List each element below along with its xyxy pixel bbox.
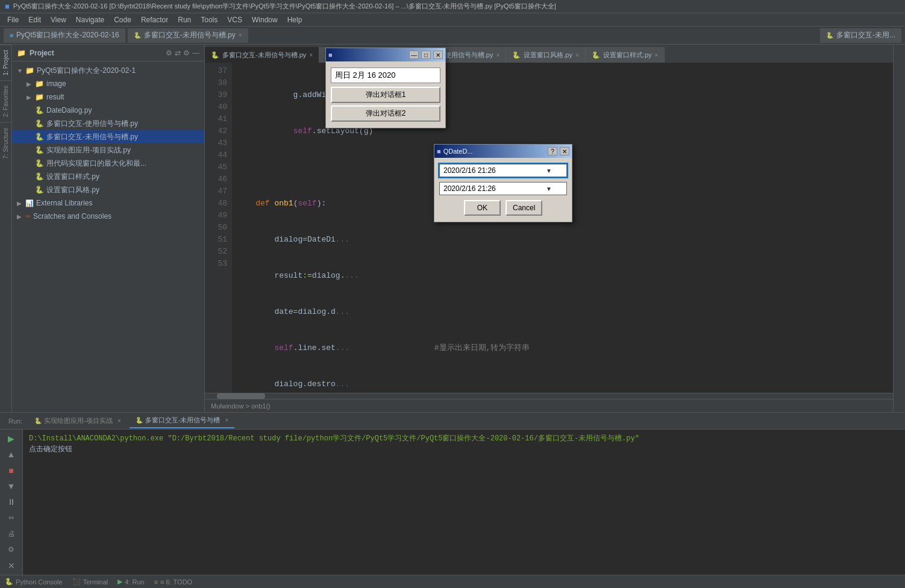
menu-refactor[interactable]: Refactor xyxy=(136,14,173,25)
editor-tab-3[interactable]: 🐍 设置窗口风格.py × xyxy=(506,47,586,63)
far-left-tab-favorites[interactable]: 2: Favorites xyxy=(0,80,11,122)
scroll-down-button[interactable]: ▼ xyxy=(4,480,19,493)
stop-button[interactable]: ■ xyxy=(4,464,19,477)
tree-root[interactable]: ▼ 📁 PyQt5窗口操作大全-2020-02-1 xyxy=(12,64,204,77)
panel-icon-gear2[interactable]: ⚙ xyxy=(183,49,190,57)
bottom-content: ▶ ▲ ■ ▼ ⏸ ⇔ 🖨 ⚙ ✕ D:\Install\ANACONDA2\p… xyxy=(0,430,905,575)
tree-item-scratches[interactable]: ▶ ✏ Scratches and Consoles xyxy=(12,210,204,223)
menu-vcs[interactable]: VCS xyxy=(222,14,247,25)
far-left-panel: 1: Project 2: Favorites 7: Structure xyxy=(0,45,12,412)
maximize-icon: 🐍 xyxy=(35,159,44,167)
right-project-tab[interactable]: 🐍 多窗口交互-未用... xyxy=(820,28,901,43)
tree-item-no-signal[interactable]: 🐍 多窗口交互-未用信号与槽.py xyxy=(12,130,204,143)
bottom-tab0-close[interactable]: × xyxy=(117,418,121,424)
project-tab-close[interactable]: × xyxy=(239,32,242,39)
far-left-tab-structure[interactable]: 7: Structure xyxy=(0,122,11,164)
panel-icon-sync[interactable]: ⇄ xyxy=(175,49,181,57)
tree-item-use-signal[interactable]: 🐍 多窗口交互-使用信号与槽.py xyxy=(12,117,204,130)
dialog-qdate-close[interactable]: ✕ xyxy=(560,147,569,155)
project-tab-main[interactable]: ■ PyQt5窗口操作大全-2020-02-16 xyxy=(4,28,125,43)
py-icon: 🐍 xyxy=(134,32,141,39)
project-tab-icon: ■ xyxy=(10,32,13,39)
style-icon: 🐍 xyxy=(35,172,44,181)
dialog-qdate-dropdown1[interactable]: 2020/2/16 21:26 ▼ xyxy=(439,164,567,177)
dialog-btn1[interactable]: 弹出对话框1 xyxy=(331,87,440,103)
ext-libs-arrow: ▶ xyxy=(17,200,23,207)
menu-navigate[interactable]: Navigate xyxy=(71,14,109,25)
bottom-tab1-close[interactable]: × xyxy=(225,417,228,424)
project-tab-file[interactable]: 🐍 多窗口交互-未用信号与槽.py × xyxy=(128,28,248,43)
panel-icon-settings[interactable]: ⚙ xyxy=(166,49,172,57)
status-todo[interactable]: ≡ ≡ 6: TODO xyxy=(154,578,193,586)
dialog-date-display: 周日 2月 16 2020 xyxy=(331,67,440,83)
status-terminal[interactable]: ⬛ Terminal xyxy=(72,578,108,586)
tree-item-draw[interactable]: 🐍 实现绘图应用-项目实战.py xyxy=(12,143,204,157)
code-line-41: dialog=DateDi... xyxy=(237,234,888,246)
dialog-qdate-help[interactable]: ? xyxy=(548,147,557,155)
settings-run-button[interactable]: ⚙ xyxy=(4,543,19,556)
scratches-arrow: ▶ xyxy=(17,213,23,220)
bottom-tab-draw[interactable]: 🐍 实现绘图应用-项目实战 × xyxy=(28,414,127,428)
tree-item-style[interactable]: 🐍 设置窗口样式.py xyxy=(12,170,204,183)
menu-file[interactable]: File xyxy=(2,14,23,25)
no-signal-icon: 🐍 xyxy=(35,133,44,141)
tree-item-image[interactable]: ▶ 📁 image xyxy=(12,77,204,90)
horizontal-scrollbar[interactable] xyxy=(205,393,893,399)
status-python-console[interactable]: 🐍 Python Console xyxy=(5,578,63,586)
dialog-small-restore[interactable]: □ xyxy=(421,51,431,59)
print-button[interactable]: 🖨 xyxy=(4,527,19,540)
dialog-qdate-ok[interactable]: OK xyxy=(464,200,501,216)
dialog-small-icon: ■ xyxy=(328,51,333,58)
tree-item-maximize[interactable]: 🐍 用代码实现窗口的最大化和最... xyxy=(12,157,204,170)
code-editor[interactable]: 37 38 39 40 41 42 43 44 45 46 47 48 49 5… xyxy=(205,63,893,393)
dialog-small-minimize[interactable]: — xyxy=(409,51,419,59)
editor-tab-4[interactable]: 🐍 设置窗口样式.py × xyxy=(586,47,665,63)
tab4-py-icon: 🐍 xyxy=(592,51,600,59)
dialog-qdate-titlebar: ■ QDateD... ? ✕ xyxy=(434,145,572,158)
menu-code[interactable]: Code xyxy=(109,14,136,25)
tab0-py-icon: 🐍 xyxy=(211,51,219,59)
bottom-tab-signal[interactable]: 🐍 多窗口交互-未用信号与槽 × xyxy=(130,414,235,428)
rerun-button[interactable]: ▶ xyxy=(4,432,19,445)
dialog-btn2[interactable]: 弹出对话框2 xyxy=(331,105,440,122)
wrap-button[interactable]: ⇔ xyxy=(4,511,19,525)
tab2-close[interactable]: × xyxy=(496,52,499,58)
output-line-1: D:\Install\ANACONDA2\python.exe "D:/Byrb… xyxy=(29,433,899,444)
editor-area: 🐍 多窗口交互-未用信号与槽.py × 🐍 DateDailog.py × 🐍 … xyxy=(205,45,893,412)
close-run-button[interactable]: ✕ xyxy=(4,559,19,572)
tree-item-ext-libs[interactable]: ▶ 📊 External Libraries xyxy=(12,196,204,210)
tab4-close[interactable]: × xyxy=(655,52,659,58)
title-text: PyQt5窗口操作大全-2020-02-16 [D:\Byrbt2018\Rec… xyxy=(13,2,556,11)
menu-edit[interactable]: Edit xyxy=(23,14,46,25)
tree-item-datedailog[interactable]: 🐍 DateDailog.py xyxy=(12,104,204,117)
menu-window[interactable]: Window xyxy=(247,14,283,25)
project-tab-label: PyQt5窗口操作大全-2020-02-16 xyxy=(16,30,119,40)
menu-help[interactable]: Help xyxy=(283,14,307,25)
tab3-close[interactable]: × xyxy=(575,52,579,58)
panel-icon-minimize[interactable]: — xyxy=(192,49,199,57)
scroll-up-button[interactable]: ▲ xyxy=(4,448,19,461)
dialog-button-row: 弹出对话框1 弹出对话框2 xyxy=(331,87,440,122)
bottom-panel: Run: 🐍 实现绘图应用-项目实战 × 🐍 多窗口交互-未用信号与槽 × ▶ … xyxy=(0,412,905,575)
menu-run[interactable]: Run xyxy=(173,14,196,25)
project-panel: 📁 Project ⚙ ⇄ ⚙ — ▼ 📁 PyQt5窗口操作大全-2020-0… xyxy=(12,45,205,412)
far-left-tab-project[interactable]: 1: Project xyxy=(0,45,11,80)
menu-tools[interactable]: Tools xyxy=(196,14,222,25)
code-line-42: result:=dialog.... xyxy=(237,270,888,282)
draw-label: 实现绘图应用-项目实战.py xyxy=(46,145,131,155)
tree-root-arrow: ▼ xyxy=(17,67,23,74)
tab0-close[interactable]: × xyxy=(309,52,313,58)
bottom-tab0-label: 实现绘图应用-项目实战 xyxy=(44,416,113,425)
dialog-qdate-dropdown2[interactable]: 2020/2/16 21:26 ▼ xyxy=(439,182,567,195)
dialog-small-close[interactable]: ✕ xyxy=(433,51,443,59)
project-tab-file-label: 多窗口交互-未用信号与槽.py xyxy=(144,30,236,40)
python-console-icon: 🐍 xyxy=(5,578,13,586)
image-folder-icon: 📁 xyxy=(35,80,44,88)
dialog-qdate-cancel[interactable]: Cancel xyxy=(506,200,542,216)
status-run[interactable]: ▶ 4: Run xyxy=(117,578,144,586)
tree-item-result[interactable]: ▶ 📁 result xyxy=(12,90,204,104)
menu-view[interactable]: View xyxy=(46,14,71,25)
editor-tab-0[interactable]: 🐍 多窗口交互-未用信号与槽.py × xyxy=(205,47,319,63)
tree-item-theme[interactable]: 🐍 设置窗口风格.py xyxy=(12,183,204,196)
pause-button[interactable]: ⏸ xyxy=(4,495,19,508)
